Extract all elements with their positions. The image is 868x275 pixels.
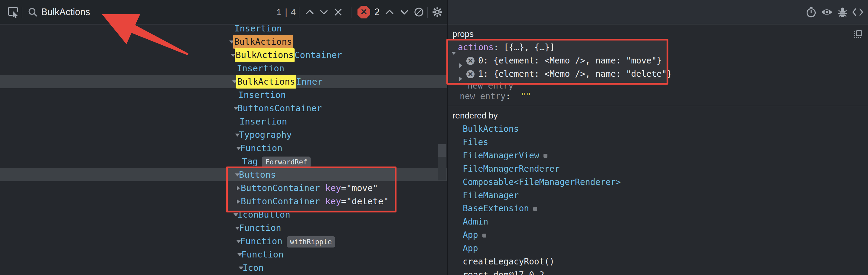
tree-row-insertion[interactable]: Insertion [0, 88, 447, 102]
search-highlight: BulkActions [235, 48, 294, 62]
prop-row-content: new entry: "" [460, 90, 531, 102]
next-error-button[interactable] [398, 0, 411, 24]
tree-row-content: BulkActionsInner [236, 75, 322, 88]
component-name: ButtonsContainer [238, 103, 322, 113]
error-count: 2 [374, 0, 379, 24]
eye-icon [821, 7, 833, 16]
rendered-by-item[interactable]: Admin [463, 215, 488, 229]
tree-row-insertion[interactable]: Insertion [0, 62, 447, 75]
hoc-badge: ForwardRef [262, 157, 310, 168]
inspect-dom-button[interactable] [819, 0, 834, 24]
tree-row-content: Insertion [240, 115, 287, 128]
component-name: Tag [242, 156, 258, 167]
rendered-by-item[interactable]: Files [463, 136, 488, 149]
previous-result-button[interactable] [303, 0, 316, 24]
props-section-label: props [453, 28, 474, 40]
tree-row-function[interactable]: Function [0, 141, 447, 155]
tree-row-bulkactions[interactable]: BulkActionsContainer [0, 48, 447, 62]
tree-scrollbar-thumb-lower[interactable] [438, 157, 446, 180]
owner-name: Files [463, 137, 488, 147]
tree-row-content: Typography [239, 128, 292, 141]
view-source-button[interactable] [850, 0, 865, 24]
section-divider [448, 106, 868, 106]
component-tree-panel: InsertionBulkActionsBulkActionsContainer… [0, 24, 447, 275]
owner-name: FileManagerView [463, 150, 539, 161]
log-to-console-button[interactable] [835, 0, 850, 24]
owner-name: Composable<FileManagerRenderer> [463, 177, 621, 187]
tree-row-bulkactions[interactable]: BulkActions [0, 35, 447, 48]
owner-name: react-dom@17.0.2 [463, 270, 545, 275]
component-name: Insertion [235, 24, 282, 34]
search-icon [26, 0, 39, 24]
tree-row-typography[interactable]: Typography [0, 128, 447, 141]
annotation-box-tree [226, 167, 397, 212]
next-result-button[interactable] [317, 0, 331, 24]
tree-row-content: BulkActionsContainer [235, 48, 342, 62]
owner-name: FileManagerRenderer [463, 164, 559, 174]
tree-row-content: FunctionwithRipple [240, 235, 335, 248]
tree-row-tag[interactable]: TagForwardRef [0, 155, 447, 168]
rendered-by-item[interactable]: App [463, 242, 478, 255]
memo-badge-dot [544, 154, 548, 158]
rendered-by-item[interactable]: createLegacyRoot() [463, 255, 554, 268]
component-name: Insertion [240, 116, 287, 127]
tree-row-bulkactions[interactable]: BulkActionsInner [0, 75, 447, 88]
tree-row-icon[interactable]: Icon [0, 261, 447, 274]
search-input[interactable] [41, 5, 235, 19]
annotation-box-props [446, 39, 669, 84]
previous-error-button[interactable] [383, 0, 396, 24]
copy-icon [854, 30, 863, 39]
tree-row-function[interactable]: Function [0, 248, 447, 261]
rendered-by-item[interactable]: Composable<FileManagerRenderer> [463, 176, 621, 189]
rendered-by-item[interactable]: FileManagerView [463, 149, 548, 162]
rendered-by-label: rendered by [453, 110, 497, 122]
tree-row-content: Insertion [235, 24, 282, 35]
clear-errors-button[interactable] [412, 0, 426, 24]
toolbar-bottom-border [0, 24, 868, 25]
bug-icon [837, 6, 848, 18]
owner-name: createLegacyRoot() [463, 256, 554, 267]
copy-props-button[interactable] [851, 28, 865, 41]
memo-badge-dot [533, 207, 537, 211]
prop-value: new entry [460, 91, 506, 101]
owner-name: App [463, 243, 478, 253]
search-results-count: 1 | 4 [276, 0, 297, 24]
component-name: Function [240, 143, 282, 153]
clear-search-button[interactable] [332, 0, 345, 24]
owner-name: App [463, 230, 478, 240]
tree-row-content: Function [241, 248, 284, 261]
rendered-by-item[interactable]: FileManager [463, 189, 519, 202]
rendered-by-item[interactable]: FileManagerRenderer [463, 162, 559, 176]
tree-row-content: Function [240, 141, 282, 155]
suspend-toggle-button[interactable] [804, 0, 819, 24]
tree-scrollbar-thumb[interactable] [438, 144, 446, 157]
memo-badge-dot [483, 234, 486, 238]
owner-name: BaseExtension [463, 203, 529, 213]
owner-name: Admin [463, 217, 488, 227]
code-brackets-icon [852, 7, 864, 16]
settings-button[interactable] [430, 0, 445, 24]
tree-row-content: Icon [243, 261, 264, 274]
tree-row-buttonscontainer[interactable]: ButtonsContainer [0, 102, 447, 115]
rendered-by-item[interactable]: BaseExtension [463, 202, 537, 215]
tree-row-function[interactable]: FunctionwithRipple [0, 235, 447, 248]
owner-name: FileManager [463, 191, 519, 200]
react-devtools-window: InsertionBulkActionsBulkActionsContainer… [0, 0, 868, 275]
rendered-by-item[interactable]: react-dom@17.0.2 [463, 268, 545, 275]
rendered-by-item[interactable]: App [463, 229, 486, 242]
tree-row-insertion[interactable]: Insertion [0, 24, 447, 35]
component-name: Inner [296, 76, 322, 87]
search-highlight: BulkActions [233, 35, 293, 49]
prop-value: "" [521, 91, 531, 101]
component-name: Typography [239, 130, 292, 140]
gear-icon [432, 6, 443, 18]
inspect-element-button[interactable] [5, 0, 21, 24]
tree-row-content: ButtonsContainer [238, 102, 322, 115]
tree-row-function[interactable]: Function [0, 221, 447, 235]
component-name: Insertion [237, 63, 284, 73]
tree-row-insertion[interactable]: Insertion [0, 115, 447, 128]
toolbar-divider [351, 7, 351, 18]
rendered-by-item[interactable]: BulkActions [463, 123, 519, 136]
stopwatch-icon [806, 6, 816, 18]
toolbar-divider [427, 7, 428, 18]
